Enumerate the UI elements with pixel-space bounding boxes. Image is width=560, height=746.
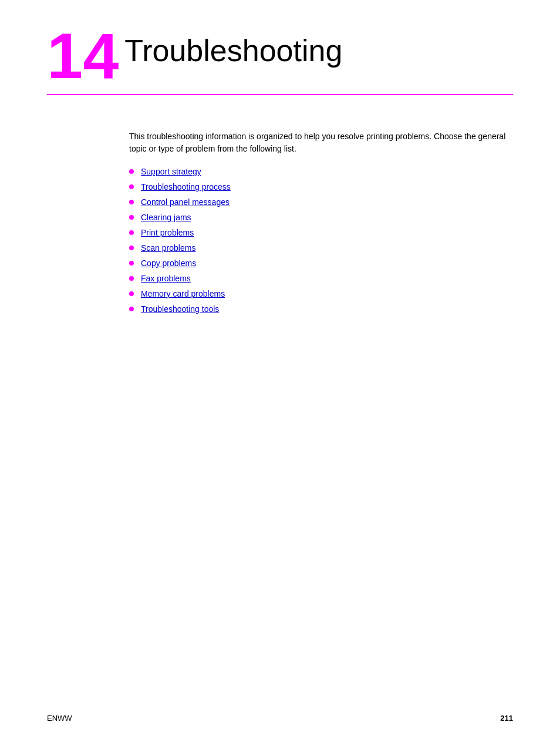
bullet-icon [129, 230, 134, 235]
topic-link[interactable]: Copy problems [141, 258, 196, 268]
topic-link[interactable]: Fax problems [141, 274, 191, 283]
footer-label: ENWW [47, 714, 72, 723]
chapter-header: 14 Troubleshooting [47, 23, 513, 95]
list-item: Memory card problems [129, 289, 513, 298]
topic-link[interactable]: Print problems [141, 228, 194, 237]
content-section: This troubleshooting information is orga… [129, 130, 513, 314]
bullet-icon [129, 291, 134, 296]
topic-link[interactable]: Clearing jams [141, 213, 191, 222]
bullet-icon [129, 276, 134, 281]
bullet-icon [129, 261, 134, 266]
page: 14 Troubleshooting This troubleshooting … [0, 0, 560, 746]
topic-link[interactable]: Troubleshooting tools [141, 304, 219, 314]
page-number: 211 [500, 714, 513, 723]
page-footer: ENWW 211 [47, 714, 513, 723]
chapter-number: 14 [47, 23, 119, 88]
bullet-icon [129, 215, 134, 220]
bullet-icon [129, 184, 134, 189]
topic-link[interactable]: Troubleshooting process [141, 182, 231, 191]
intro-paragraph: This troubleshooting information is orga… [129, 130, 513, 155]
chapter-title: Troubleshooting [124, 23, 342, 68]
topic-list: Support strategyTroubleshooting processC… [129, 167, 513, 314]
topic-link[interactable]: Scan problems [141, 243, 195, 253]
topic-link[interactable]: Control panel messages [141, 197, 230, 207]
topic-link[interactable]: Memory card problems [141, 289, 225, 298]
list-item: Copy problems [129, 258, 513, 268]
list-item: Clearing jams [129, 213, 513, 222]
list-item: Control panel messages [129, 197, 513, 207]
topic-link[interactable]: Support strategy [141, 167, 201, 176]
bullet-icon [129, 200, 134, 204]
bullet-icon [129, 169, 134, 174]
list-item: Troubleshooting process [129, 182, 513, 191]
list-item: Support strategy [129, 167, 513, 176]
bullet-icon [129, 246, 134, 250]
bullet-icon [129, 307, 134, 311]
list-item: Troubleshooting tools [129, 304, 513, 314]
list-item: Fax problems [129, 274, 513, 283]
list-item: Scan problems [129, 243, 513, 253]
list-item: Print problems [129, 228, 513, 237]
